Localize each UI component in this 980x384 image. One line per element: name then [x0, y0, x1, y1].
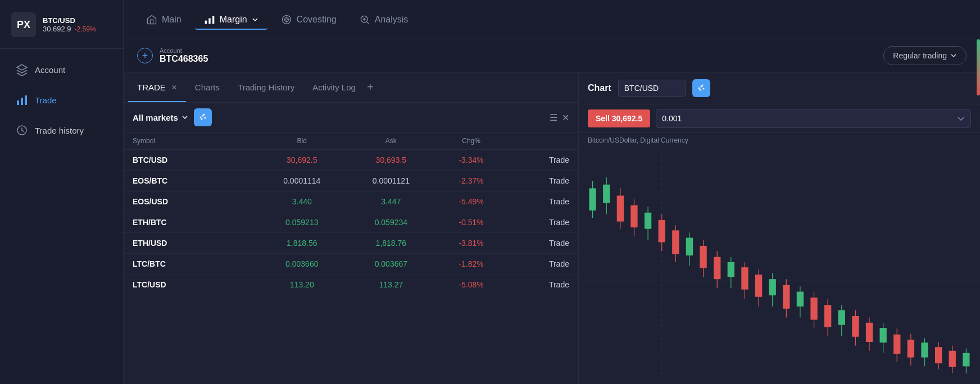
trade-button-1[interactable]: Trade — [507, 176, 569, 185]
svg-rect-77 — [935, 347, 942, 363]
sidebar-item-trade-history[interactable]: Trade history — [4, 116, 119, 144]
table-row: BTC/USD 30,692.5 30,693.5 -3.34% Trade — [124, 150, 578, 171]
svg-rect-59 — [810, 298, 817, 319]
add-account-button[interactable]: + — [137, 48, 153, 63]
tab-trade-close[interactable]: ✕ — [171, 84, 177, 92]
nav-covesting[interactable]: Covesting — [272, 10, 346, 30]
svg-point-15 — [698, 88, 700, 89]
table-row: EOS/USD 3.440 3.447 -5.49% Trade — [124, 191, 578, 212]
ask-4: 1,818.76 — [347, 239, 436, 248]
all-markets-button[interactable]: All markets — [133, 113, 188, 122]
btc-price-label: 30,692.9 — [43, 25, 71, 33]
symbol-5: LTC/BTC — [133, 259, 257, 268]
clock-icon — [16, 124, 28, 136]
scatter-icon — [198, 113, 207, 122]
sell-button[interactable]: Sell 30,692.5 — [588, 109, 650, 127]
tab-add-button[interactable]: + — [367, 81, 374, 94]
bid-4: 1,818.56 — [257, 239, 347, 248]
svg-rect-20 — [579, 148, 980, 384]
regular-trading-button[interactable]: Regular trading — [883, 46, 967, 65]
trade-button-0[interactable]: Trade — [507, 156, 569, 164]
account-nav-label: Account — [35, 65, 65, 75]
svg-rect-2 — [25, 95, 27, 105]
svg-rect-33 — [630, 205, 637, 227]
svg-rect-61 — [824, 305, 831, 327]
col-ask: Ask — [347, 137, 436, 145]
chg-5: -1.82% — [435, 259, 507, 268]
table-header: Symbol Bid Ask Chg% — [124, 132, 578, 150]
nav-margin[interactable]: Margin — [195, 10, 267, 30]
svg-point-18 — [699, 89, 701, 91]
table-row: LTC/USD 113.20 113.27 -5.08% Trade — [124, 275, 578, 295]
chart-panel: Chart Sell 30,692.5 — [579, 72, 980, 384]
symbol-1: EOS/BTC — [133, 176, 257, 185]
tab-charts[interactable]: Charts — [186, 72, 229, 102]
market-header: All markets — [124, 103, 578, 132]
trade-button-2[interactable]: Trade — [507, 197, 569, 206]
bid-1: 0.0001114 — [257, 176, 347, 185]
tab-activity-log[interactable]: Activity Log — [303, 72, 365, 102]
sidebar-item-account[interactable]: Account — [4, 56, 119, 84]
table-row: EOS/BTC 0.0001114 0.0001121 -2.37% Trade — [124, 171, 578, 191]
chg-6: -5.08% — [435, 280, 507, 289]
bid-2: 3.440 — [257, 197, 347, 206]
regular-trading-dropdown-icon — [950, 52, 957, 59]
chg-2: -5.49% — [435, 197, 507, 206]
svg-rect-1 — [21, 98, 23, 105]
bid-3: 0.059213 — [257, 218, 347, 227]
chart-pair-input[interactable] — [618, 80, 686, 97]
candlestick-chart — [579, 148, 980, 384]
chart-area — [579, 148, 980, 384]
tab-trading-history-label: Trading History — [238, 83, 294, 92]
chg-3: -0.51% — [435, 218, 507, 227]
nav-main[interactable]: Main — [137, 10, 190, 30]
svg-rect-47 — [728, 262, 734, 277]
trade-history-nav-label: Trade history — [35, 126, 84, 135]
tab-charts-label: Charts — [195, 83, 220, 92]
tabs-bar: TRADE ✕ Charts Trading History Activity … — [124, 72, 578, 103]
account-label: Account — [160, 47, 208, 54]
top-nav: Main Margin Covesting — [124, 0, 980, 39]
menu-icon[interactable]: ☰ — [550, 112, 557, 123]
svg-rect-51 — [755, 275, 762, 296]
table-row: ETH/USD 1,818.56 1,818.76 -3.81% Trade — [124, 233, 578, 254]
table-row: ETH/BTC 0.059213 0.059234 -0.51% Trade — [124, 212, 578, 233]
analysis-nav-label: Analysis — [375, 15, 409, 25]
chg-1: -2.37% — [435, 176, 507, 185]
price-scale-bar — [977, 72, 980, 95]
sidebar-item-trade[interactable]: Trade — [4, 86, 119, 114]
market-scatter-button[interactable] — [194, 108, 212, 126]
bid-0: 30,692.5 — [257, 156, 347, 164]
logo-icon: PX — [11, 12, 36, 37]
symbol-3: ETH/BTC — [133, 218, 257, 227]
chg-0: -3.34% — [435, 156, 507, 164]
col-bid: Bid — [257, 137, 347, 145]
svg-rect-73 — [908, 340, 914, 358]
chart-title: Chart — [588, 83, 611, 93]
amount-selector[interactable]: 0.001 — [656, 109, 971, 128]
svg-rect-53 — [769, 279, 776, 295]
btc-pair-label: BTC/USD — [43, 16, 75, 25]
svg-point-12 — [204, 117, 206, 119]
tab-trading-history[interactable]: Trading History — [229, 72, 303, 102]
trade-bar-chart-icon — [16, 94, 28, 106]
symbol-2: EOS/USD — [133, 197, 257, 206]
trade-button-6[interactable]: Trade — [507, 280, 569, 289]
tab-trade[interactable]: TRADE ✕ — [128, 72, 186, 102]
ask-2: 3.447 — [347, 197, 436, 206]
svg-rect-5 — [208, 18, 210, 24]
close-market-icon[interactable]: ✕ — [562, 112, 569, 123]
svg-rect-49 — [741, 267, 748, 289]
trade-button-5[interactable]: Trade — [507, 259, 569, 268]
symbol-0: BTC/USD — [133, 156, 257, 164]
trade-button-4[interactable]: Trade — [507, 239, 569, 248]
svg-rect-65 — [852, 316, 859, 337]
nav-analysis[interactable]: Analysis — [350, 10, 418, 30]
all-markets-label: All markets — [133, 113, 178, 122]
market-table: Symbol Bid Ask Chg% BTC/USD 30,692.5 30,… — [124, 132, 578, 384]
chart-scatter-button[interactable] — [692, 79, 710, 97]
account-id: BTC468365 — [160, 54, 208, 64]
bid-6: 113.20 — [257, 280, 347, 289]
trade-button-3[interactable]: Trade — [507, 218, 569, 227]
ask-6: 113.27 — [347, 280, 436, 289]
